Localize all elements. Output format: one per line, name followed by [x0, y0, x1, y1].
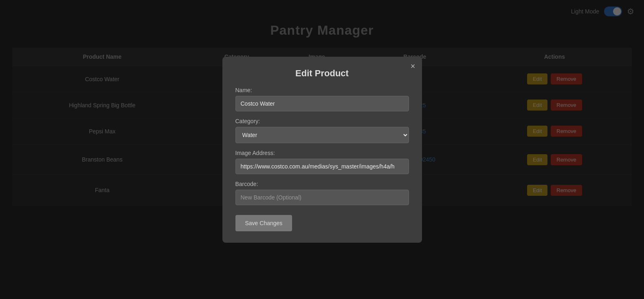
edit-product-modal: × Edit Product Name: Category: Water Jui… [222, 57, 422, 243]
barcode-input[interactable] [235, 190, 409, 205]
barcode-field-group: Barcode: [235, 181, 409, 205]
category-select[interactable]: Water Juice Tins Dairy Snacks Other [235, 127, 409, 143]
name-input[interactable] [235, 96, 409, 111]
category-label: Category: [235, 118, 409, 124]
name-field-group: Name: [235, 87, 409, 111]
name-label: Name: [235, 87, 409, 93]
modal-overlay[interactable]: × Edit Product Name: Category: Water Jui… [0, 0, 644, 299]
image-label: Image Address: [235, 150, 409, 156]
image-field-group: Image Address: [235, 150, 409, 174]
save-changes-button[interactable]: Save Changes [235, 215, 292, 231]
barcode-label: Barcode: [235, 181, 409, 187]
category-field-group: Category: Water Juice Tins Dairy Snacks … [235, 118, 409, 143]
image-input[interactable] [235, 159, 409, 174]
modal-close-button[interactable]: × [411, 62, 415, 71]
modal-title: Edit Product [235, 68, 409, 79]
